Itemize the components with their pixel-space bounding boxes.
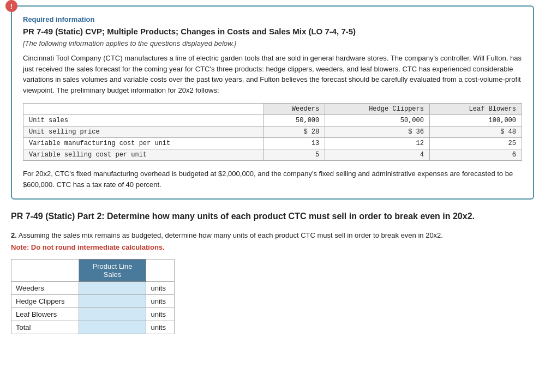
budget-cell-2-2: 12 bbox=[325, 138, 430, 149]
answer-unit-0: units bbox=[146, 281, 175, 294]
table-header-leaf: Leaf Blowers bbox=[429, 104, 522, 115]
answer-input-cell-2[interactable] bbox=[79, 307, 146, 321]
budget-cell-3-2: 4 bbox=[325, 149, 430, 161]
budget-cell-1-1: $ 28 bbox=[263, 126, 325, 138]
question-intro: 2. Assuming the sales mix remains as bud… bbox=[11, 230, 534, 241]
budget-cell-1-2: $ 36 bbox=[325, 126, 430, 138]
description-text: Cincinnati Tool Company (CTC) manufactur… bbox=[23, 53, 522, 95]
answer-input-1[interactable] bbox=[83, 297, 142, 305]
answer-label-1: Hedge Clippers bbox=[11, 294, 79, 307]
note-text: Note: Do not round intermediate calculat… bbox=[11, 243, 534, 251]
budget-cell-1-3: $ 48 bbox=[429, 126, 522, 138]
budget-table: Weeders Hedge Clippers Leaf Blowers Unit… bbox=[23, 103, 522, 161]
answer-input-3[interactable] bbox=[83, 323, 142, 331]
part2-heading: PR 7-49 (Static) Part 2: Determine how m… bbox=[11, 210, 534, 222]
required-info-label: Required information bbox=[23, 15, 522, 23]
budget-cell-2-3: 25 bbox=[429, 138, 522, 149]
answer-label-0: Weeders bbox=[11, 281, 79, 294]
answer-unit-3: units bbox=[146, 321, 175, 334]
info-box: ! Required information PR 7-49 (Static) … bbox=[11, 5, 534, 200]
answer-table: Product Line Sales WeedersunitsHedge Cli… bbox=[11, 259, 175, 334]
answer-table-header-empty bbox=[11, 259, 79, 281]
footer-text: For 20x2, CTC's fixed manufacturing over… bbox=[23, 168, 522, 190]
budget-cell-1-0: Unit selling price bbox=[23, 126, 264, 138]
question-number: 2. bbox=[11, 231, 17, 239]
alert-icon: ! bbox=[5, 0, 17, 12]
budget-cell-0-0: Unit sales bbox=[23, 115, 264, 126]
budget-cell-0-3: 100,000 bbox=[429, 115, 522, 126]
answer-label-2: Leaf Blowers bbox=[11, 307, 79, 321]
budget-cell-3-1: 5 bbox=[263, 149, 325, 161]
budget-cell-2-1: 13 bbox=[263, 138, 325, 149]
budget-cell-0-1: 50,000 bbox=[263, 115, 325, 126]
answer-table-header-product: Product Line Sales bbox=[79, 259, 146, 281]
answer-input-cell-1[interactable] bbox=[79, 294, 146, 307]
table-header-empty bbox=[23, 104, 264, 115]
answer-input-0[interactable] bbox=[83, 284, 142, 292]
table-header-hedge: Hedge Clippers bbox=[325, 104, 430, 115]
budget-cell-3-3: 6 bbox=[429, 149, 522, 161]
answer-unit-1: units bbox=[146, 294, 175, 307]
table-header-weeders: Weeders bbox=[263, 104, 325, 115]
question-text: Assuming the sales mix remains as budget… bbox=[19, 231, 443, 239]
answer-input-cell-0[interactable] bbox=[79, 281, 146, 294]
applies-note: [The following information applies to th… bbox=[23, 39, 522, 47]
budget-cell-2-0: Variable manufacturing cost per unit bbox=[23, 138, 264, 149]
answer-label-3: Total bbox=[11, 321, 79, 334]
answer-table-header-unit bbox=[146, 259, 175, 281]
pr-title: PR 7-49 (Static) CVP; Multiple Products;… bbox=[23, 27, 522, 36]
part2-section: PR 7-49 (Static) Part 2: Determine how m… bbox=[11, 210, 534, 334]
answer-unit-2: units bbox=[146, 307, 175, 321]
budget-cell-0-2: 50,000 bbox=[325, 115, 430, 126]
answer-input-2[interactable] bbox=[83, 310, 142, 318]
budget-cell-3-0: Variable selling cost per unit bbox=[23, 149, 264, 161]
answer-input-cell-3[interactable] bbox=[79, 321, 146, 334]
